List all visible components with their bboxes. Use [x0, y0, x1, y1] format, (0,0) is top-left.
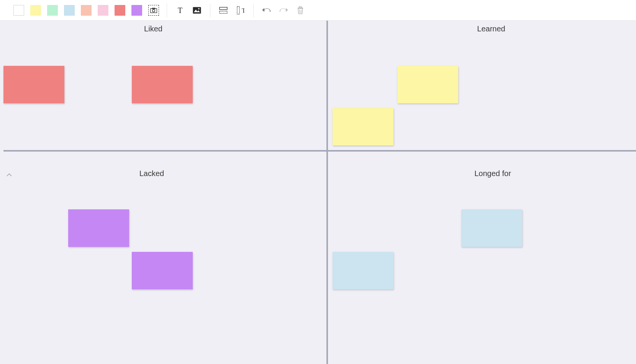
board-divider-vertical — [326, 21, 328, 364]
svg-point-1 — [152, 9, 155, 11]
color-swatch-yellow[interactable] — [30, 5, 41, 16]
text-icon[interactable]: T — [175, 5, 185, 16]
board-canvas[interactable]: Liked Learned Lacked Longed for — [0, 21, 636, 364]
toolbar-divider — [210, 3, 210, 17]
svg-rect-7 — [220, 7, 227, 10]
sticky-note-lightblue[interactable] — [333, 252, 393, 289]
section-column-icon[interactable]: T — [235, 5, 246, 16]
sticky-note-yellow[interactable] — [333, 108, 393, 145]
svg-rect-2 — [152, 8, 155, 9]
toolbar-divider — [253, 3, 254, 17]
svg-text:T: T — [242, 7, 244, 14]
color-swatch-lightblue[interactable] — [64, 5, 75, 16]
sticky-note-purple[interactable] — [68, 209, 129, 247]
svg-rect-4 — [193, 7, 201, 13]
svg-rect-9 — [237, 7, 239, 14]
sticky-note-purple[interactable] — [132, 252, 193, 289]
quadrant-label-learned[interactable]: Learned — [477, 24, 505, 33]
svg-line-14 — [301, 10, 302, 13]
color-swatch-peach[interactable] — [81, 5, 92, 16]
sticky-note-red[interactable] — [132, 66, 193, 103]
section-row-icon[interactable] — [218, 5, 229, 16]
svg-point-6 — [198, 8, 200, 10]
color-swatch-mint[interactable] — [47, 5, 58, 16]
quadrant-label-longed-for[interactable]: Longed for — [474, 169, 511, 178]
svg-line-13 — [300, 10, 300, 13]
quadrant-label-lacked[interactable]: Lacked — [139, 169, 164, 178]
image-icon[interactable] — [192, 5, 202, 16]
color-swatch-pink[interactable] — [98, 5, 108, 16]
color-swatch-white[interactable] — [13, 5, 24, 16]
chevron-up-icon[interactable] — [7, 173, 13, 178]
quadrant-label-liked[interactable]: Liked — [144, 24, 162, 33]
redo-icon[interactable] — [278, 5, 289, 16]
toolbar-divider — [167, 3, 167, 17]
toolbar: T T — [0, 0, 636, 21]
sticky-note-lightblue[interactable] — [461, 209, 522, 247]
undo-icon[interactable] — [261, 5, 272, 16]
sticky-note-yellow[interactable] — [397, 66, 458, 103]
color-swatch-purple[interactable] — [131, 5, 142, 16]
svg-text:T: T — [178, 6, 182, 15]
board-divider-horizontal — [3, 150, 636, 152]
svg-rect-12 — [299, 7, 302, 8]
camera-icon[interactable] — [148, 5, 159, 16]
sticky-note-red[interactable] — [3, 66, 64, 103]
trash-icon[interactable] — [295, 5, 306, 16]
svg-rect-8 — [220, 11, 227, 13]
color-swatch-red[interactable] — [115, 5, 125, 16]
